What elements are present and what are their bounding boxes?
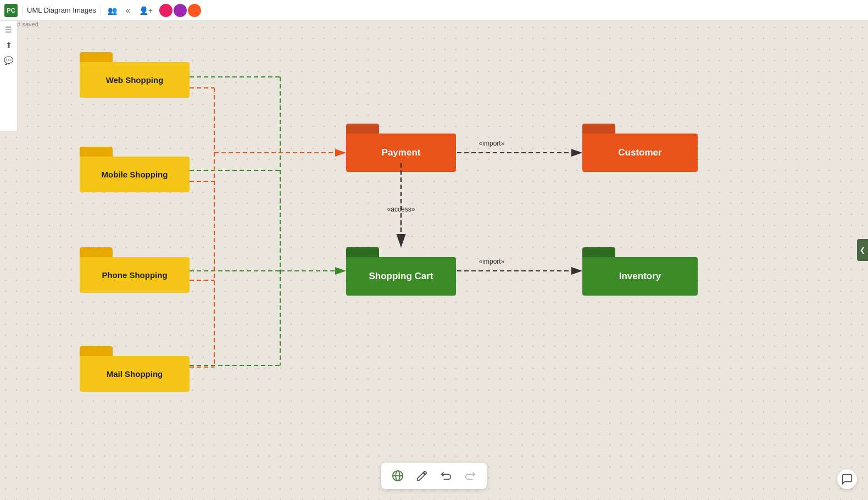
edit-button[interactable]: [412, 466, 432, 486]
chevron-left-icon[interactable]: «: [124, 5, 132, 16]
phone-shopping-tab: [80, 247, 113, 257]
share-icon[interactable]: ⬆: [2, 38, 15, 52]
inventory-package[interactable]: Inventory: [582, 247, 698, 296]
payment-label: Payment: [346, 134, 456, 172]
svg-text:«import»: «import»: [479, 140, 505, 147]
inventory-tab: [582, 247, 615, 257]
web-shopping-tab: [80, 52, 113, 62]
avatar-1: [159, 4, 173, 17]
undo-button[interactable]: [436, 466, 456, 486]
mobile-shopping-label: Mobile Shopping: [80, 157, 190, 192]
group-icon[interactable]: 👥: [105, 5, 119, 16]
inventory-label: Inventory: [582, 257, 698, 296]
shopping-cart-package[interactable]: Shopping Cart: [346, 247, 456, 296]
customer-package[interactable]: Customer: [582, 124, 698, 172]
add-user-icon[interactable]: 👤+: [137, 5, 155, 16]
mail-shopping-label: Mail Shopping: [80, 356, 190, 392]
topbar-divider: [22, 6, 23, 15]
shopping-cart-label: Shopping Cart: [346, 257, 456, 296]
shopping-cart-tab: [346, 247, 379, 257]
phone-shopping-label: Phone Shopping: [80, 257, 190, 293]
mail-shopping-tab: [80, 346, 113, 356]
avatar-group: [159, 4, 201, 17]
redo-button[interactable]: [460, 466, 480, 486]
svg-text:«access»: «access»: [387, 205, 415, 213]
web-shopping-package[interactable]: Web Shopping: [80, 52, 190, 98]
app-logo: PC: [4, 4, 18, 17]
payment-package[interactable]: Payment: [346, 124, 456, 172]
canvas: PC UML Diagram Images 👥 « 👤+ Board saved…: [0, 0, 868, 500]
payment-tab: [346, 124, 379, 134]
phone-shopping-package[interactable]: Phone Shopping: [80, 247, 190, 293]
comment-icon[interactable]: 💬: [2, 54, 15, 67]
bottom-toolbar: [381, 463, 487, 489]
board-title: UML Diagram Images: [27, 6, 96, 14]
mobile-shopping-package[interactable]: Mobile Shopping: [80, 147, 190, 192]
right-collapse-button[interactable]: ❮: [857, 239, 868, 261]
svg-text:«import»: «import»: [479, 258, 505, 265]
topbar: PC UML Diagram Images 👥 « 👤+: [0, 0, 868, 21]
customer-label: Customer: [582, 134, 698, 172]
avatar-2: [174, 4, 187, 17]
chat-button[interactable]: [837, 469, 857, 489]
web-shopping-label: Web Shopping: [80, 62, 190, 98]
avatar-3: [188, 4, 201, 17]
left-toolbar: ☰ ⬆ 💬: [0, 21, 18, 131]
topbar-divider2: [101, 6, 101, 15]
mobile-shopping-tab: [80, 147, 113, 157]
globe-button[interactable]: [388, 466, 408, 486]
menu-icon[interactable]: ☰: [2, 23, 15, 36]
customer-tab: [582, 124, 615, 134]
mail-shopping-package[interactable]: Mail Shopping: [80, 346, 190, 392]
